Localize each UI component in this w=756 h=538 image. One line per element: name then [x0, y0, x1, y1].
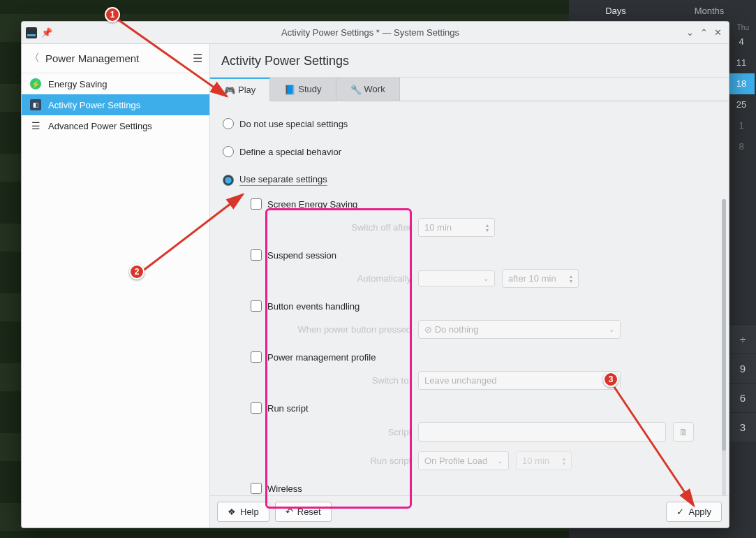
select-run-script[interactable]: On Profile Load⌄: [418, 451, 509, 470]
pin-icon[interactable]: 📌: [41, 27, 52, 38]
calendar-tab-months[interactable]: Months: [662, 0, 756, 22]
opt-buttons: Button events handling When power button…: [251, 298, 715, 339]
maximize-button[interactable]: ⌃: [697, 27, 711, 38]
back-icon[interactable]: 〈: [29, 51, 40, 66]
scrollbar[interactable]: [722, 199, 726, 495]
annotation-badge-2: 2: [129, 264, 144, 279]
sidebar-item-label: Activity Power Settings: [48, 100, 140, 110]
radio-input[interactable]: [223, 118, 234, 129]
checkbox-label: Suspend session: [267, 250, 336, 261]
sidebar-item-activity-power[interactable]: ◧ Activity Power Settings: [22, 94, 209, 115]
sidebar-item-label: Advanced Power Settings: [48, 121, 152, 131]
help-icon: ❖: [228, 507, 236, 517]
calc-key[interactable]: 6: [729, 383, 756, 412]
sidebar-item-advanced[interactable]: ☰ Advanced Power Settings: [22, 115, 209, 136]
apply-button[interactable]: ✓Apply: [666, 502, 722, 522]
checkbox-screen[interactable]: [251, 198, 262, 210]
sublabel: Switch to:: [251, 375, 411, 386]
desktop-calculator: ÷ 9 6 3: [729, 324, 756, 538]
opt-wireless: Wireless Wi-Fi Leave unchanged⌄: [251, 480, 715, 495]
hamburger-icon[interactable]: ☰: [193, 52, 202, 65]
list-icon: ☰: [30, 120, 41, 131]
tab-label: Study: [298, 84, 321, 94]
calc-key[interactable]: ÷: [729, 324, 756, 354]
settings-window: 📌 Activity Power Settings * — System Set…: [21, 21, 729, 528]
checkbox-suspend[interactable]: [251, 249, 262, 261]
input-script-path[interactable]: [418, 422, 666, 442]
spin-suspend-after[interactable]: after 10 min▴▾: [502, 269, 579, 288]
opt-profile: Power management profile Switch to: Leav…: [251, 349, 715, 390]
radio-special-behavior[interactable]: Define a special behavior: [223, 146, 715, 157]
checkbox-label: Run script: [267, 403, 309, 414]
opt-script: Run script Script 🗎 Run script On Profil…: [251, 400, 715, 470]
tab-label: Work: [364, 84, 385, 94]
cal-day-selected[interactable]: 18: [728, 73, 755, 94]
sidebar-item-energy-saving[interactable]: ⚡ Energy Saving: [22, 73, 209, 94]
calc-key[interactable]: 3: [729, 412, 756, 442]
cal-day[interactable]: 25: [728, 94, 755, 115]
select-profile[interactable]: Leave unchanged⌄: [418, 371, 621, 390]
activity-tabs: 🎮 Play 📘 Study 🔧 Work: [210, 78, 729, 101]
checkbox-label: Wireless: [267, 484, 302, 494]
radio-no-special[interactable]: Do not use special settings: [223, 118, 715, 129]
radio-input[interactable]: [223, 146, 234, 157]
titlebar[interactable]: 📌 Activity Power Settings * — System Set…: [22, 22, 729, 44]
spin-switch-off[interactable]: 10 min▴▾: [418, 218, 495, 237]
select-suspend-action[interactable]: ⌄: [418, 270, 495, 286]
radio-label: Do not use special settings: [239, 119, 348, 129]
sublabel: Run script: [251, 456, 411, 466]
tab-work[interactable]: 🔧 Work: [336, 78, 400, 101]
app-icon: [26, 27, 37, 38]
help-button[interactable]: ❖Help: [217, 502, 269, 522]
undo-icon: ↶: [286, 507, 293, 517]
page-title: Activity Power Settings: [210, 44, 729, 78]
select-power-button[interactable]: ⊘ Do nothing⌄: [418, 320, 621, 339]
sidebar-item-label: Energy Saving: [48, 79, 108, 89]
tab-play[interactable]: 🎮 Play: [210, 78, 270, 101]
activity-icon: ◧: [30, 99, 41, 110]
sublabel: When power button pressed: [251, 324, 411, 335]
spin-script-time[interactable]: 10 min▴▾: [516, 451, 572, 470]
radio-label: Define a special behavior: [239, 147, 341, 157]
checkbox-label: Screen Energy Saving: [267, 199, 357, 210]
cal-day[interactable]: 1: [728, 115, 755, 136]
opt-suspend: Suspend session Automatically ⌄ after 10…: [251, 247, 715, 288]
checkbox-label: Power management profile: [267, 352, 376, 363]
radio-input[interactable]: [223, 175, 234, 186]
tab-study[interactable]: 📘 Study: [270, 78, 336, 101]
reset-button[interactable]: ↶Reset: [275, 502, 332, 522]
content-area: Activity Power Settings 🎮 Play 📘 Study 🔧…: [210, 44, 729, 528]
opt-screen-energy: Screen Energy Saving Switch off after 10…: [251, 196, 715, 237]
separate-settings-options: Screen Energy Saving Switch off after 10…: [251, 196, 715, 495]
radio-label: Use separate settings: [239, 174, 327, 186]
checkbox-wireless[interactable]: [251, 483, 262, 494]
annotation-badge-1: 1: [105, 7, 120, 22]
cal-day[interactable]: 4: [728, 31, 755, 52]
calendar-col: 4 11 18 25 1 8: [728, 31, 756, 157]
calendar-tab-days[interactable]: Days: [569, 0, 662, 22]
check-icon: ✓: [676, 507, 684, 517]
gamepad-icon: 🎮: [224, 85, 234, 95]
breadcrumb: Power Management: [45, 52, 193, 64]
browse-script-button[interactable]: 🗎: [673, 422, 694, 442]
cal-day[interactable]: 11: [728, 52, 755, 73]
sidebar: 〈 Power Management ☰ ⚡ Energy Saving ◧ A…: [22, 44, 210, 528]
book-icon: 📘: [284, 85, 294, 94]
sidebar-header: 〈 Power Management ☰: [22, 44, 209, 73]
close-button[interactable]: ✕: [711, 27, 725, 38]
minimize-button[interactable]: ⌄: [683, 27, 697, 38]
cal-day[interactable]: 8: [728, 136, 755, 157]
footer-bar: ❖Help ↶Reset ✓Apply: [210, 495, 729, 528]
settings-panel: Do not use special settings Define a spe…: [210, 101, 729, 495]
wrench-icon: 🔧: [350, 85, 360, 94]
tab-label: Play: [238, 85, 255, 95]
checkbox-profile[interactable]: [251, 351, 262, 363]
calc-key[interactable]: 9: [729, 354, 756, 383]
sublabel: Script: [251, 427, 411, 437]
sublabel: Automatically: [251, 273, 411, 284]
radio-separate-settings[interactable]: Use separate settings: [223, 174, 715, 186]
checkbox-label: Button events handling: [267, 301, 360, 312]
annotation-badge-3: 3: [603, 372, 618, 387]
checkbox-script[interactable]: [251, 402, 262, 414]
checkbox-buttons[interactable]: [251, 300, 262, 312]
